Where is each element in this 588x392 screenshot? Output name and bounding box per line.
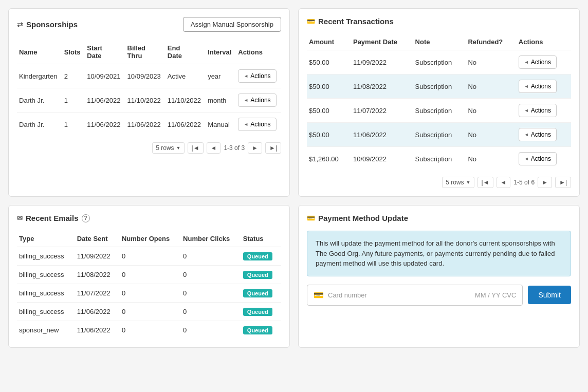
sponsorship-actions-cell: Actions (236, 113, 281, 137)
email-clicks: 0 (181, 321, 241, 340)
transaction-date: 11/07/2022 (351, 99, 413, 123)
table-row: sponsor_new 11/06/2022 0 0 Queued (17, 321, 281, 340)
table-row: $50.00 11/09/2022 Subscription No Action… (307, 50, 571, 74)
email-type: billing_success (17, 266, 75, 284)
sponsorship-name: Darth Jr. (17, 113, 62, 137)
transactions-last-page[interactable]: ►| (555, 177, 571, 188)
transaction-date: 11/08/2022 (351, 74, 413, 99)
transaction-refunded: No (466, 50, 516, 74)
transaction-actions-cell: Actions (517, 50, 571, 74)
sponsorship-actions-button[interactable]: Actions (238, 94, 276, 107)
card-input-wrapper[interactable]: 💳 Card number MM / YY CVC (307, 285, 523, 306)
col-actions: Actions (517, 34, 571, 50)
email-status: Queued (241, 284, 281, 303)
transaction-actions-button[interactable]: Actions (519, 80, 557, 93)
table-row: Darth Jr. 1 11/06/2022 11/10/2022 11/10/… (17, 88, 281, 113)
transaction-refunded: No (466, 123, 516, 147)
payment-header: 💳 Payment Method Update (307, 214, 571, 222)
transaction-note: Subscription (413, 147, 466, 171)
email-type: sponsor_new (17, 321, 75, 340)
col-number-clicks: Number Clicks (181, 231, 241, 247)
sponsorship-billed-thru: 10/09/2023 (125, 64, 166, 88)
transaction-actions-button[interactable]: Actions (519, 128, 557, 141)
transactions-first-page[interactable]: |◄ (477, 177, 493, 188)
transaction-note: Subscription (413, 123, 466, 147)
table-row: billing_success 11/07/2022 0 0 Queued (17, 284, 281, 303)
col-type: Type (17, 231, 75, 247)
col-number-opens: Number Opens (120, 231, 181, 247)
payment-title: 💳 Payment Method Update (307, 214, 408, 222)
sponsorship-slots: 2 (62, 64, 85, 88)
envelope-icon: ✉ (17, 214, 23, 222)
table-row: Darth Jr. 1 11/06/2022 11/06/2022 11/06/… (17, 113, 281, 137)
sponsorships-first-page[interactable]: |◄ (188, 142, 204, 154)
sponsorship-billed-thru: 11/10/2022 (125, 88, 166, 113)
email-date-sent: 11/09/2022 (75, 247, 120, 266)
email-status: Queued (241, 321, 281, 340)
transaction-actions-button[interactable]: Actions (519, 152, 557, 165)
status-badge: Queued (243, 289, 272, 297)
sponsorships-prev-page[interactable]: ◄ (207, 142, 221, 154)
transactions-next-page[interactable]: ► (538, 177, 552, 188)
sponsorships-panel: ⇄ Sponsorships Assign Manual Sponsorship… (8, 8, 290, 197)
email-clicks: 0 (181, 284, 241, 303)
sponsorships-last-page[interactable]: ►| (265, 142, 281, 154)
sponsorship-name: Darth Jr. (17, 88, 62, 113)
transaction-amount: $50.00 (307, 50, 351, 74)
sponsorships-icon: ⇄ (17, 21, 23, 29)
submit-button[interactable]: Submit (528, 286, 571, 304)
sponsorship-name: Kindergarten (17, 64, 62, 88)
email-date-sent: 11/07/2022 (75, 284, 120, 303)
payment-method-panel: 💳 Payment Method Update This will update… (298, 205, 580, 348)
transaction-note: Subscription (413, 74, 466, 99)
sponsorship-interval: year (206, 64, 236, 88)
card-input-row: 💳 Card number MM / YY CVC Submit (307, 285, 571, 306)
email-status: Queued (241, 247, 281, 266)
sponsorship-end-date: Active (166, 64, 206, 88)
transactions-rows-select[interactable]: 5 rows (442, 177, 474, 188)
email-date-sent: 11/08/2022 (75, 266, 120, 284)
transaction-amount: $1,260.00 (307, 147, 351, 171)
email-opens: 0 (120, 284, 181, 303)
status-badge: Queued (243, 308, 272, 316)
transaction-date: 11/06/2022 (351, 123, 413, 147)
sponsorships-next-page[interactable]: ► (248, 142, 262, 154)
transactions-header: 💳 Recent Transactions (307, 17, 571, 26)
transaction-refunded: No (466, 147, 516, 171)
transaction-actions-button[interactable]: Actions (519, 55, 557, 69)
transactions-title: 💳 Recent Transactions (307, 17, 394, 26)
sponsorship-end-date: 11/10/2022 (166, 88, 206, 113)
transactions-prev-page[interactable]: ◄ (497, 177, 511, 188)
card-number-placeholder: Card number (328, 291, 471, 299)
transaction-amount: $50.00 (307, 74, 351, 99)
sponsorships-rows-select[interactable]: 5 rows (152, 142, 184, 154)
email-date-sent: 11/06/2022 (75, 321, 120, 340)
email-clicks: 0 (181, 303, 241, 321)
card-input-icon: 💳 (314, 290, 324, 300)
table-row: $50.00 11/07/2022 Subscription No Action… (307, 99, 571, 123)
help-icon[interactable]: ? (82, 214, 90, 222)
sponsorships-table: Name Slots StartDate BilledThru EndDate … (17, 40, 281, 136)
table-row: $50.00 11/08/2022 Subscription No Action… (307, 74, 571, 99)
transaction-refunded: No (466, 99, 516, 123)
assign-manual-sponsorship-button[interactable]: Assign Manual Sponsorship (183, 17, 281, 32)
emails-table: Type Date Sent Number Opens Number Click… (17, 231, 281, 339)
sponsorship-actions-button[interactable]: Actions (238, 69, 276, 83)
credit-card-icon-2: 💳 (307, 214, 315, 222)
col-billed-thru: BilledThru (125, 40, 166, 64)
email-type: billing_success (17, 303, 75, 321)
sponsorship-slots: 1 (62, 88, 85, 113)
transaction-amount: $50.00 (307, 123, 351, 147)
col-interval: Interval (206, 40, 236, 64)
transaction-note: Subscription (413, 99, 466, 123)
credit-card-icon: 💳 (307, 17, 315, 25)
card-expiry-cvc-placeholder: MM / YY CVC (475, 291, 516, 299)
email-type: billing_success (17, 247, 75, 266)
status-badge: Queued (243, 271, 272, 279)
sponsorships-header: ⇄ Sponsorships Assign Manual Sponsorship (17, 17, 281, 32)
transaction-actions-button[interactable]: Actions (519, 104, 557, 117)
sponsorships-pagination: 5 rows |◄ ◄ 1-3 of 3 ► ►| (17, 142, 281, 154)
sponsorship-actions-button[interactable]: Actions (238, 118, 276, 131)
transaction-amount: $50.00 (307, 99, 351, 123)
col-note: Note (413, 34, 466, 50)
